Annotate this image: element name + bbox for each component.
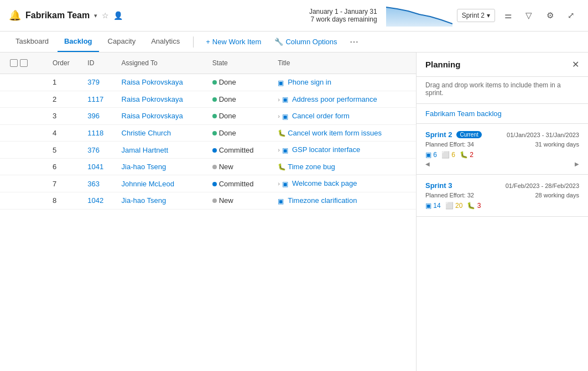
row-id[interactable]: 1118 — [82, 124, 116, 142]
row-order: 7 — [47, 175, 82, 192]
work-item-title-link[interactable]: ›▣Cancel order form — [278, 112, 350, 120]
row-title: 🐛Time zone bug — [272, 158, 416, 175]
work-item-id-link[interactable]: 1118 — [87, 129, 103, 137]
row-id[interactable]: 1042 — [82, 192, 116, 209]
col-header-checkbox — [0, 53, 47, 74]
story-icon: ▣ — [282, 147, 290, 154]
row-title: ›▣GSP locator interface — [272, 142, 416, 159]
favorite-star-icon[interactable]: ☆ — [102, 11, 109, 20]
select-checkbox-2[interactable] — [20, 59, 28, 67]
nav-item-backlog[interactable]: Backlog — [58, 32, 99, 52]
row-id[interactable]: 376 — [82, 142, 116, 159]
nav-separator — [193, 36, 194, 48]
row-id[interactable]: 379 — [82, 74, 116, 91]
work-item-id-link[interactable]: 1042 — [87, 196, 103, 205]
sprint-name-link[interactable]: Sprint 3 — [425, 181, 452, 190]
sprint-task-count: ⬜ 6 — [441, 151, 455, 159]
row-assigned-to: Jamal Hartnett — [116, 142, 207, 159]
filter-settings-button[interactable]: ⚌ — [499, 7, 516, 24]
row-assigned-to: Raisa Pokrovskaya — [116, 108, 207, 125]
row-id[interactable]: 363 — [82, 175, 116, 192]
row-state: Done — [207, 124, 273, 142]
work-item-id-link[interactable]: 379 — [87, 78, 100, 86]
state-dot-icon — [212, 148, 217, 153]
row-order: 2 — [47, 91, 82, 108]
sprint-name-link[interactable]: Sprint 2 — [425, 130, 452, 139]
table-row: 61041Jia-hao TsengNew🐛Time zone bug — [0, 158, 416, 175]
row-assigned-to: Christie Church — [116, 124, 207, 142]
work-item-id-link[interactable]: 1041 — [87, 163, 103, 171]
work-item-id-link[interactable]: 396 — [87, 112, 100, 120]
expand-button[interactable]: ⤢ — [563, 7, 579, 24]
sprint-card-0: Sprint 2 Current 01/Jan/2023 - 31/Jan/20… — [417, 124, 588, 175]
assigned-user-link[interactable]: Jia-hao Tseng — [122, 163, 166, 171]
planning-close-button[interactable]: ✕ — [572, 59, 579, 70]
expand-arrow-icon[interactable]: › — [278, 180, 280, 187]
filter-funnel-button[interactable]: ▽ — [521, 7, 537, 24]
story-icon: ▣ — [278, 197, 285, 205]
assigned-user-link[interactable]: Jia-hao Tseng — [122, 196, 166, 205]
table-row: 3396Raisa PokrovskayaDone›▣Cancel order … — [0, 108, 416, 125]
work-item-id-link[interactable]: 376 — [87, 146, 100, 154]
nav-item-capacity[interactable]: Capacity — [101, 32, 143, 52]
nav-more-button[interactable]: ⋯ — [345, 33, 363, 50]
work-item-title-link[interactable]: ›▣GSP locator interface — [278, 145, 360, 154]
work-item-title-link[interactable]: 🐛Cancel work item form issues — [278, 129, 382, 137]
row-id[interactable]: 1117 — [82, 91, 116, 108]
nav-item-taskboard[interactable]: Taskboard — [9, 32, 55, 52]
work-item-id-link[interactable]: 363 — [87, 180, 100, 188]
nav-item-analytics[interactable]: Analytics — [144, 32, 186, 52]
planning-title: Planning — [425, 60, 460, 69]
row-state: Committed — [207, 175, 273, 192]
row-title: ›▣Address poor performance — [272, 91, 416, 108]
row-order: 4 — [47, 124, 82, 142]
column-options-button[interactable]: 🔧 Column Options — [269, 34, 342, 49]
row-assigned-to: Raisa Pokrovskaya — [116, 91, 207, 108]
work-item-id-link[interactable]: 1117 — [87, 95, 103, 103]
state-dot-icon — [212, 97, 217, 102]
state-dot-icon — [212, 114, 217, 118]
team-members-icon[interactable]: 👤 — [113, 11, 123, 20]
expand-arrow-icon[interactable]: › — [278, 113, 280, 119]
sprint-dates: 01/Jan/2023 - 31/Jan/2023 — [507, 132, 579, 138]
row-order: 6 — [47, 158, 82, 175]
expand-arrow-icon[interactable]: › — [278, 96, 280, 103]
state-dot-icon — [212, 131, 217, 135]
new-work-item-label: New Work Item — [212, 38, 262, 46]
row-id[interactable]: 396 — [82, 108, 116, 125]
row-title: ▣Timezone clarification — [272, 192, 416, 209]
work-item-title-link[interactable]: ▣Timezone clarification — [278, 196, 357, 205]
expand-arrow-icon[interactable]: › — [278, 147, 280, 153]
wrench-icon: 🔧 — [274, 38, 283, 46]
work-item-title-link[interactable]: ▣Phone sign in — [278, 78, 331, 86]
state-label: Done — [219, 129, 236, 137]
backlog-team-link[interactable]: Fabrikam Team backlog — [417, 104, 588, 124]
row-id[interactable]: 1041 — [82, 158, 116, 175]
select-all-checkbox[interactable] — [10, 59, 18, 67]
sprint-story-count: ▣ 6 — [425, 151, 437, 159]
assigned-user-link[interactable]: Christie Church — [122, 129, 171, 137]
assigned-user-link[interactable]: Raisa Pokrovskaya — [122, 95, 183, 103]
row-checkbox-cell — [0, 74, 47, 91]
backlog-table: Order ID Assigned To State Title 1379Rai… — [0, 53, 416, 210]
sprint-dates: 01/Feb/2023 - 28/Feb/2023 — [506, 182, 579, 189]
row-title: ▣Phone sign in — [272, 74, 416, 91]
assigned-user-link[interactable]: Raisa Pokrovskaya — [122, 112, 183, 120]
work-item-title-link[interactable]: ›▣Address poor performance — [278, 95, 377, 103]
scroll-left-icon[interactable]: ◀ — [425, 161, 430, 167]
row-assigned-to: Jia-hao Tseng — [116, 192, 207, 209]
row-checkbox-cell — [0, 158, 47, 175]
work-item-title-link[interactable]: ›▣Welcome back page — [278, 179, 357, 187]
sprint-bug-count: 🐛 3 — [467, 202, 481, 210]
new-work-item-button[interactable]: + New Work Item — [200, 34, 267, 49]
work-item-title-link[interactable]: 🐛Time zone bug — [278, 163, 335, 171]
assigned-user-link[interactable]: Johnnie McLeod — [122, 180, 174, 188]
scroll-right-icon[interactable]: ▶ — [575, 161, 579, 167]
sprint-dropdown[interactable]: Sprint 2 ▾ — [457, 9, 495, 22]
row-assigned-to: Raisa Pokrovskaya — [116, 74, 207, 91]
assigned-user-link[interactable]: Jamal Hartnett — [122, 146, 169, 154]
state-dot-icon — [212, 80, 217, 85]
assigned-user-link[interactable]: Raisa Pokrovskaya — [122, 78, 183, 86]
team-chevron-icon[interactable]: ▾ — [94, 12, 97, 19]
settings-gear-button[interactable]: ⚙ — [542, 7, 558, 24]
